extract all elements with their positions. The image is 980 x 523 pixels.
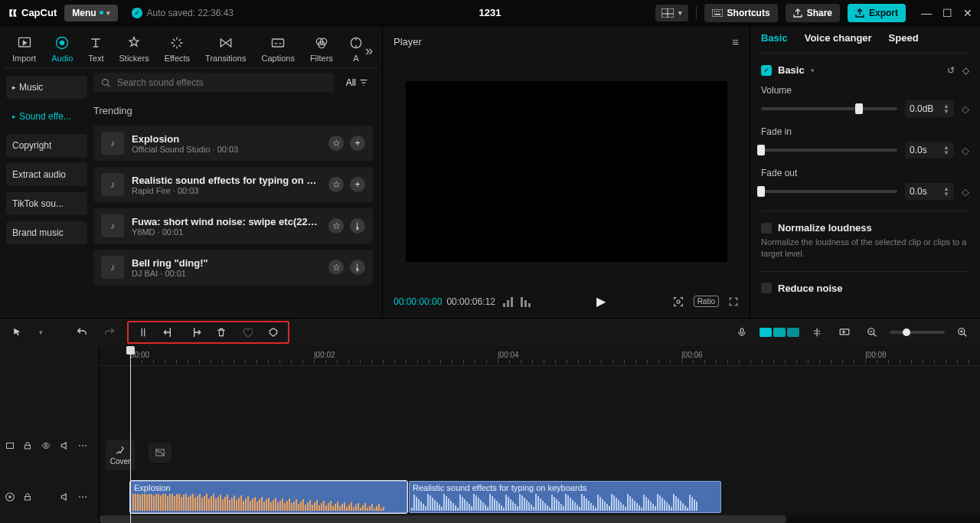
tool-trim-left[interactable]	[159, 322, 179, 342]
sound-download-button[interactable]: ⭳	[350, 218, 365, 234]
tab-captions[interactable]: Captions	[253, 31, 302, 67]
tool-pointer-menu[interactable]: ▾	[35, 322, 46, 342]
video-placeholder[interactable]	[149, 443, 172, 463]
sound-item[interactable]: ♪Realistic sound effects for typing on k…	[93, 167, 373, 202]
tab-import[interactable]: Import	[5, 31, 44, 67]
tab-effects[interactable]: Effects	[157, 31, 198, 67]
sidebar-item-music[interactable]: ▸Music	[6, 76, 87, 99]
share-button[interactable]: Share	[786, 4, 840, 22]
reset-icon[interactable]: ↺	[947, 65, 955, 76]
audio-clip-explosion[interactable]: Explosion	[130, 481, 407, 513]
play-button[interactable]: ▶	[596, 294, 606, 309]
inspector-tab-basic[interactable]: Basic	[761, 32, 788, 47]
tool-pointer[interactable]	[8, 322, 28, 342]
menu-button[interactable]: Menu▾	[64, 5, 117, 21]
tool-redo[interactable]	[100, 322, 119, 342]
search-input-wrap[interactable]	[93, 73, 334, 93]
fadeout-value[interactable]: 0.0s▲▼	[905, 183, 954, 200]
window-minimize[interactable]: —	[921, 7, 932, 19]
tab-filters[interactable]: Filters	[302, 31, 341, 67]
tool-undo[interactable]	[72, 322, 92, 342]
track-lock-icon-2[interactable]	[23, 492, 32, 502]
player-menu-icon[interactable]: ≡	[732, 35, 739, 48]
tab-audio[interactable]: Audio	[44, 31, 80, 67]
sidebar-item-copyright[interactable]: Copyright	[6, 134, 87, 157]
audio-clip-typing[interactable]: Realistic sound effects for typing on ke…	[409, 481, 721, 513]
lib-tabs-overflow[interactable]: »	[365, 43, 373, 59]
sound-item[interactable]: ♪ExplosionOfficial Sound Studio · 00:03☆…	[93, 126, 373, 161]
volume-value[interactable]: 0.0dB▲▼	[905, 100, 954, 117]
project-title[interactable]: 1231	[479, 7, 501, 18]
sound-star-button[interactable]: ☆	[328, 218, 344, 234]
sound-download-button[interactable]: ⭳	[350, 260, 365, 275]
tool-preview-mode[interactable]	[835, 322, 854, 342]
fadein-keyframe[interactable]: ◇	[962, 145, 969, 156]
tool-align[interactable]	[807, 322, 827, 342]
window-close[interactable]: ✕	[963, 7, 972, 19]
layout-button[interactable]: ▾	[655, 5, 688, 21]
fadeout-keyframe[interactable]: ◇	[962, 186, 969, 198]
tool-delete[interactable]	[211, 322, 231, 342]
track-video-icon[interactable]	[5, 441, 15, 450]
sidebar-item-brand-music[interactable]: Brand music	[6, 221, 87, 244]
fullscreen-icon[interactable]	[728, 296, 739, 307]
track-mute-icon[interactable]	[60, 440, 70, 451]
window-maximize[interactable]: ☐	[942, 7, 952, 19]
svg-point-17	[677, 300, 680, 303]
video-track-head: ⋯	[0, 420, 99, 472]
scan-icon[interactable]	[672, 296, 684, 308]
sound-item[interactable]: ♪Fuwa: short wind noise: swipe etc(22276…	[93, 208, 373, 244]
track-more-icon[interactable]: ⋯	[78, 440, 87, 451]
fadein-slider[interactable]	[761, 149, 897, 152]
zoom-slider[interactable]	[890, 331, 945, 334]
sound-item[interactable]: ♪Bell ring "ding!"DJ BAI · 00:01☆⭳	[93, 250, 373, 285]
track-more-icon-2[interactable]: ⋯	[78, 492, 87, 502]
tool-trim-right[interactable]	[185, 322, 205, 342]
filter-all-button[interactable]: All	[341, 77, 373, 88]
track-audio-icon[interactable]	[5, 492, 15, 502]
svg-point-10	[60, 41, 64, 45]
shortcuts-button[interactable]: Shortcuts	[704, 4, 778, 22]
inspector-tab-voice[interactable]: Voice changer	[805, 32, 872, 47]
tab-text[interactable]: Text	[80, 31, 111, 67]
basic-checkbox[interactable]: ✓ Basic ▾	[761, 64, 815, 76]
volume-slider[interactable]	[761, 107, 897, 110]
inspector-tab-speed[interactable]: Speed	[889, 32, 919, 47]
playhead[interactable]	[130, 346, 131, 523]
sound-star-button[interactable]: ☆	[328, 136, 344, 151]
quality-icon[interactable]	[503, 296, 513, 307]
zoom-in[interactable]	[952, 322, 972, 342]
preview-area	[387, 53, 745, 289]
ratio-button[interactable]: Ratio	[694, 296, 719, 307]
magnet-group[interactable]	[760, 328, 799, 337]
tool-marker[interactable]	[263, 322, 283, 342]
sound-star-button[interactable]: ☆	[328, 260, 344, 275]
quality-icon-2[interactable]	[521, 296, 531, 307]
fadeout-slider[interactable]	[761, 190, 897, 193]
search-input[interactable]	[117, 77, 326, 88]
sidebar-item-tiktok-sounds[interactable]: TikTok sou...	[6, 192, 87, 215]
music-note-icon: ♪	[101, 173, 124, 196]
timeline-horizontal-scrollbar[interactable]	[100, 515, 980, 523]
zoom-out[interactable]	[862, 322, 882, 342]
normalize-checkbox[interactable]: ✓ Normalize loudness	[761, 222, 969, 234]
tool-favorite[interactable]	[237, 322, 257, 342]
sidebar-item-extract-audio[interactable]: Extract audio	[6, 163, 87, 186]
track-lock-icon[interactable]	[23, 440, 32, 451]
reduce-noise-checkbox[interactable]: ✓ Reduce noise	[761, 283, 969, 294]
sound-star-button[interactable]: ☆	[328, 177, 344, 192]
volume-keyframe[interactable]: ◇	[962, 103, 969, 115]
sound-plus-button[interactable]: +	[350, 136, 365, 151]
sound-plus-button[interactable]: +	[350, 177, 365, 192]
tool-mic[interactable]	[732, 322, 752, 342]
tab-stickers[interactable]: Stickers	[112, 31, 157, 67]
sidebar-item-sound-effects[interactable]: ▸Sound effe...	[6, 105, 87, 128]
keyframe-icon[interactable]: ◇	[962, 65, 969, 76]
track-eye-icon[interactable]	[40, 441, 52, 450]
export-button[interactable]: Export	[848, 4, 906, 22]
tab-transitions[interactable]: Transitions	[198, 31, 253, 67]
tool-split[interactable]	[133, 322, 153, 342]
fadein-value[interactable]: 0.0s▲▼	[905, 142, 954, 159]
track-mute-icon-2[interactable]	[60, 492, 70, 502]
timeline-ruler[interactable]: 00:00|00:02|00:04|00:06|00:08	[100, 346, 980, 366]
